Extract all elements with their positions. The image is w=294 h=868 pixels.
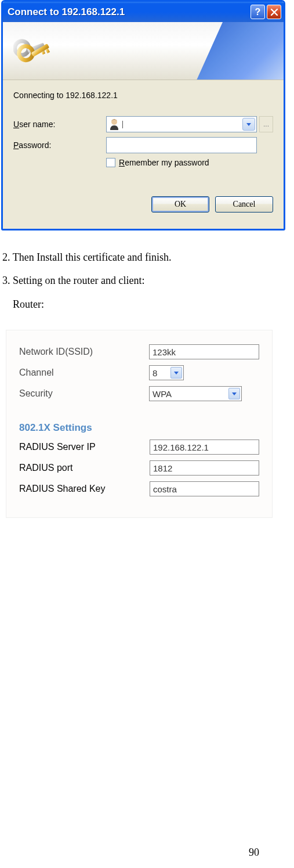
section-8021x-title: 802.1X Settings bbox=[19, 422, 259, 434]
page-number: 90 bbox=[249, 847, 259, 859]
close-button[interactable] bbox=[267, 5, 281, 19]
radius-ip-row: RADIUS Server IP 192.168.122.1 bbox=[19, 440, 259, 455]
remember-label: Remember my password bbox=[119, 158, 209, 167]
radius-key-label: RADIUS Shared Key bbox=[19, 484, 150, 494]
security-row: Security WPA bbox=[19, 386, 259, 401]
security-label: Security bbox=[19, 388, 149, 399]
channel-label: Channel bbox=[19, 368, 149, 378]
channel-row: Channel 8 bbox=[19, 365, 259, 380]
radius-port-input[interactable]: 1812 bbox=[150, 460, 259, 476]
security-select[interactable]: WPA bbox=[149, 386, 242, 401]
password-row: Password: bbox=[13, 137, 273, 153]
router-settings-panel: Network ID(SSID) 123kk Channel 8 Securit… bbox=[6, 330, 273, 518]
radius-port-label: RADIUS port bbox=[19, 463, 150, 473]
username-dropdown-arrow[interactable] bbox=[242, 118, 255, 131]
radius-key-input[interactable]: costra bbox=[150, 481, 259, 496]
ssid-input[interactable]: 123kk bbox=[149, 344, 259, 359]
dialog-buttons: OK Cancel bbox=[13, 196, 273, 213]
chevron-down-icon bbox=[170, 367, 182, 379]
user-icon bbox=[109, 118, 119, 130]
channel-select[interactable]: 8 bbox=[149, 365, 184, 380]
cancel-button[interactable]: Cancel bbox=[215, 196, 273, 213]
radius-key-row: RADIUS Shared Key costra bbox=[19, 481, 259, 496]
window-title: Connect to 192.168.122.1 bbox=[8, 6, 249, 18]
remember-row: Remember my password bbox=[13, 158, 273, 167]
connecting-text: Connecting to 192.168.122.1 bbox=[13, 91, 273, 100]
step-3: 3. Setting on the router and client: bbox=[2, 271, 294, 290]
help-button[interactable]: ? bbox=[251, 5, 265, 19]
auth-dialog: Connect to 192.168.122.1 ? bbox=[1, 0, 285, 230]
ok-button[interactable]: OK bbox=[151, 196, 209, 213]
router-label: Router: bbox=[2, 295, 294, 314]
step-2: 2. Then Install this certificate and fin… bbox=[2, 248, 294, 266]
username-combo[interactable]: | bbox=[106, 116, 257, 132]
radius-ip-label: RADIUS Server IP bbox=[19, 442, 150, 452]
ssid-label: Network ID(SSID) bbox=[19, 347, 149, 357]
password-label: Password: bbox=[13, 141, 106, 150]
close-icon bbox=[271, 9, 278, 16]
title-bar[interactable]: Connect to 192.168.122.1 ? bbox=[3, 2, 284, 22]
svg-point-8 bbox=[111, 119, 117, 125]
dialog-banner bbox=[3, 22, 284, 80]
chevron-down-icon bbox=[246, 123, 251, 126]
instructions: 2. Then Install this certificate and fin… bbox=[2, 248, 294, 314]
password-input[interactable] bbox=[106, 137, 257, 153]
chevron-down-icon bbox=[228, 388, 240, 399]
radius-port-row: RADIUS port 1812 bbox=[19, 460, 259, 476]
username-row: User name: | ... bbox=[13, 116, 273, 132]
dialog-body: Connecting to 192.168.122.1 User name: |… bbox=[3, 80, 284, 229]
radius-ip-input[interactable]: 192.168.122.1 bbox=[150, 440, 259, 455]
remember-checkbox[interactable] bbox=[106, 158, 115, 167]
username-label: User name: bbox=[13, 120, 106, 129]
ssid-row: Network ID(SSID) 123kk bbox=[19, 344, 259, 359]
browse-button[interactable]: ... bbox=[259, 116, 273, 132]
keys-icon bbox=[13, 35, 60, 70]
username-value: | bbox=[122, 120, 240, 129]
